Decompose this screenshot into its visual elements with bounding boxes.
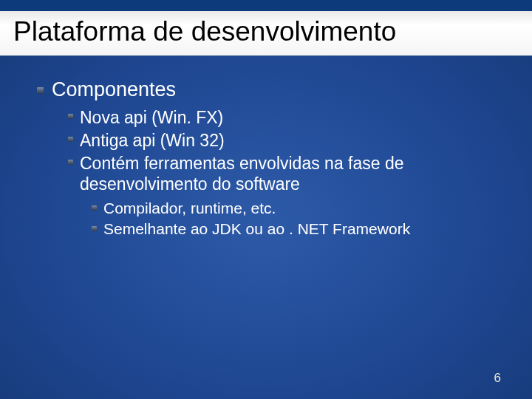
bullet-level2: Antiga api (Win 32) <box>80 130 502 151</box>
bullet-marker-icon <box>68 114 73 119</box>
bullet-text: Contém ferramentas envolvidas na fase de… <box>80 154 404 194</box>
title-bar: Plataforma de desenvolvimento <box>0 0 532 56</box>
bullet-text: Semelhante ao JDK ou ao . NET Framework <box>103 220 410 237</box>
slide-title: Plataforma de desenvolvimento <box>13 9 519 47</box>
slide-content: Componentes Nova api (Win. FX) Antiga ap… <box>0 56 532 239</box>
bullet-marker-icon <box>92 205 97 211</box>
bullet-text: Componentes <box>52 78 176 100</box>
bullet-level2: Nova api (Win. FX) <box>80 107 502 128</box>
bullet-marker-icon <box>37 87 44 94</box>
bullet-level2: Contém ferramentas envolvidas na fase de… <box>80 153 502 194</box>
bullet-level3: Compilador, runtime, etc. <box>103 199 502 218</box>
bullet-marker-icon <box>68 160 73 165</box>
bullet-level1: Componentes <box>52 78 502 101</box>
bullet-level3: Semelhante ao JDK ou ao . NET Framework <box>103 219 502 239</box>
bullet-text: Antiga api (Win 32) <box>80 131 225 150</box>
bullet-text: Compilador, runtime, etc. <box>103 200 276 216</box>
bullet-marker-icon <box>92 226 97 231</box>
page-number: 6 <box>494 371 501 386</box>
bullet-text: Nova api (Win. FX) <box>80 108 223 127</box>
bullet-marker-icon <box>68 137 73 142</box>
